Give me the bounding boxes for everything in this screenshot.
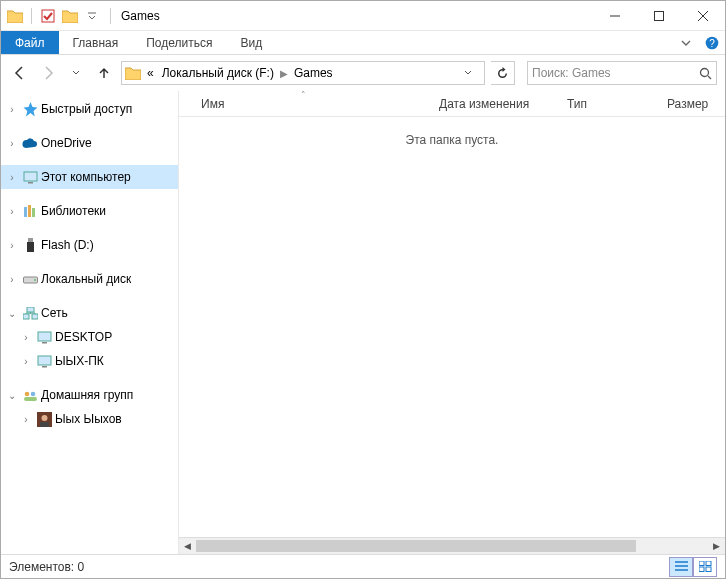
svg-rect-10 bbox=[28, 238, 33, 242]
body: › Быстрый доступ › OneDrive › Этот компь… bbox=[1, 91, 725, 554]
collapse-icon[interactable]: ⌄ bbox=[5, 390, 19, 401]
folder-icon bbox=[124, 64, 142, 82]
drive-icon bbox=[21, 270, 39, 288]
expand-icon[interactable]: › bbox=[5, 274, 19, 285]
thumbnails-view-button[interactable] bbox=[693, 557, 717, 577]
content-area: ˄ Имя Дата изменения Тип Размер Эта папк… bbox=[179, 91, 725, 554]
svg-rect-14 bbox=[27, 307, 34, 312]
svg-rect-23 bbox=[24, 397, 37, 401]
svg-rect-1 bbox=[655, 11, 664, 20]
scroll-left-icon[interactable]: ◀ bbox=[179, 538, 196, 554]
svg-point-4 bbox=[701, 68, 709, 76]
cloud-icon bbox=[21, 134, 39, 152]
nav-label: Домашняя групп bbox=[41, 388, 133, 402]
crumb-prefix[interactable]: « bbox=[144, 66, 157, 80]
horizontal-scrollbar[interactable]: ◀ ▶ bbox=[179, 537, 725, 554]
minimize-button[interactable] bbox=[593, 1, 637, 31]
svg-rect-18 bbox=[42, 342, 47, 344]
properties-check-icon[interactable] bbox=[38, 6, 58, 26]
svg-rect-28 bbox=[706, 561, 711, 566]
back-button[interactable] bbox=[9, 62, 31, 84]
crumb-drive[interactable]: Локальный диск (F:) bbox=[159, 66, 277, 80]
empty-folder-text: Эта папка пуста. bbox=[406, 133, 499, 147]
qat-dropdown-icon[interactable] bbox=[82, 6, 102, 26]
svg-rect-30 bbox=[706, 567, 711, 572]
file-list[interactable]: Эта папка пуста. bbox=[179, 117, 725, 537]
usb-icon bbox=[21, 236, 39, 254]
maximize-button[interactable] bbox=[637, 1, 681, 31]
tab-view[interactable]: Вид bbox=[226, 31, 276, 54]
status-bar: Элементов: 0 bbox=[1, 554, 725, 578]
tab-home[interactable]: Главная bbox=[59, 31, 133, 54]
sort-asc-icon: ˄ bbox=[301, 90, 306, 100]
expand-icon[interactable]: › bbox=[5, 138, 19, 149]
column-type[interactable]: Тип bbox=[557, 91, 657, 116]
pc-icon bbox=[35, 352, 53, 370]
crumb-folder[interactable]: Games bbox=[291, 66, 336, 80]
nav-onedrive[interactable]: › OneDrive bbox=[1, 131, 178, 155]
nav-local-disk[interactable]: › Локальный диск bbox=[1, 267, 178, 291]
search-box[interactable]: Поиск: Games bbox=[527, 61, 717, 85]
forward-button[interactable] bbox=[37, 62, 59, 84]
nav-label: Библиотеки bbox=[41, 204, 106, 218]
column-headers: ˄ Имя Дата изменения Тип Размер bbox=[179, 91, 725, 117]
refresh-button[interactable] bbox=[491, 61, 515, 85]
address-bar[interactable]: « Локальный диск (F:) ▶ Games bbox=[121, 61, 485, 85]
nav-this-pc[interactable]: › Этот компьютер bbox=[1, 165, 178, 189]
chevron-right-icon[interactable]: ▶ bbox=[279, 68, 289, 79]
folder-icon bbox=[60, 6, 80, 26]
ribbon-expand-icon[interactable] bbox=[673, 31, 699, 54]
avatar bbox=[35, 410, 53, 428]
nav-homegroup[interactable]: ⌄ Домашняя групп bbox=[1, 383, 178, 407]
svg-point-13 bbox=[34, 279, 36, 281]
expand-icon[interactable]: › bbox=[19, 356, 33, 367]
svg-rect-27 bbox=[699, 561, 704, 566]
svg-rect-15 bbox=[23, 314, 29, 319]
title-separator bbox=[110, 8, 111, 24]
tab-share[interactable]: Поделиться bbox=[132, 31, 226, 54]
nav-libraries[interactable]: › Библиотеки bbox=[1, 199, 178, 223]
nav-network-computer[interactable]: › ЫЫХ-ПК bbox=[1, 349, 178, 373]
nav-label: Быстрый доступ bbox=[41, 102, 132, 116]
scroll-right-icon[interactable]: ▶ bbox=[708, 538, 725, 554]
column-name[interactable]: ˄ Имя bbox=[179, 91, 429, 116]
nav-quick-access[interactable]: › Быстрый доступ bbox=[1, 97, 178, 121]
svg-point-25 bbox=[41, 415, 47, 421]
svg-point-22 bbox=[30, 391, 35, 396]
expand-icon[interactable]: › bbox=[5, 172, 19, 183]
expand-icon[interactable]: › bbox=[19, 414, 33, 425]
pc-icon bbox=[21, 168, 39, 186]
item-count: Элементов: 0 bbox=[9, 560, 84, 574]
quick-access-toolbar bbox=[1, 6, 106, 26]
expand-icon[interactable]: › bbox=[5, 240, 19, 251]
close-button[interactable] bbox=[681, 1, 725, 31]
expand-icon[interactable]: › bbox=[5, 104, 19, 115]
qat-separator bbox=[31, 8, 32, 24]
search-icon[interactable] bbox=[699, 67, 712, 80]
nav-network-computer[interactable]: › DESKTOP bbox=[1, 325, 178, 349]
scroll-track[interactable] bbox=[196, 538, 708, 554]
expand-icon[interactable]: › bbox=[19, 332, 33, 343]
expand-icon[interactable]: › bbox=[5, 206, 19, 217]
svg-rect-16 bbox=[32, 314, 38, 319]
nav-network[interactable]: ⌄ Сеть bbox=[1, 301, 178, 325]
svg-rect-8 bbox=[28, 205, 31, 217]
nav-homegroup-user[interactable]: › Ыых Ыыхов bbox=[1, 407, 178, 431]
column-size[interactable]: Размер bbox=[657, 91, 725, 116]
svg-rect-6 bbox=[28, 182, 33, 184]
details-view-button[interactable] bbox=[669, 557, 693, 577]
column-date[interactable]: Дата изменения bbox=[429, 91, 557, 116]
up-button[interactable] bbox=[93, 62, 115, 84]
address-dropdown-icon[interactable] bbox=[464, 69, 482, 77]
window-title: Games bbox=[121, 9, 160, 23]
file-tab[interactable]: Файл bbox=[1, 31, 59, 54]
svg-rect-26 bbox=[40, 422, 49, 427]
nav-flash-drive[interactable]: › Flash (D:) bbox=[1, 233, 178, 257]
pc-icon bbox=[35, 328, 53, 346]
collapse-icon[interactable]: ⌄ bbox=[5, 308, 19, 319]
recent-locations-icon[interactable] bbox=[65, 62, 87, 84]
scroll-thumb[interactable] bbox=[196, 540, 636, 552]
help-icon[interactable]: ? bbox=[699, 31, 725, 54]
svg-rect-0 bbox=[42, 10, 54, 22]
window-controls bbox=[593, 1, 725, 31]
